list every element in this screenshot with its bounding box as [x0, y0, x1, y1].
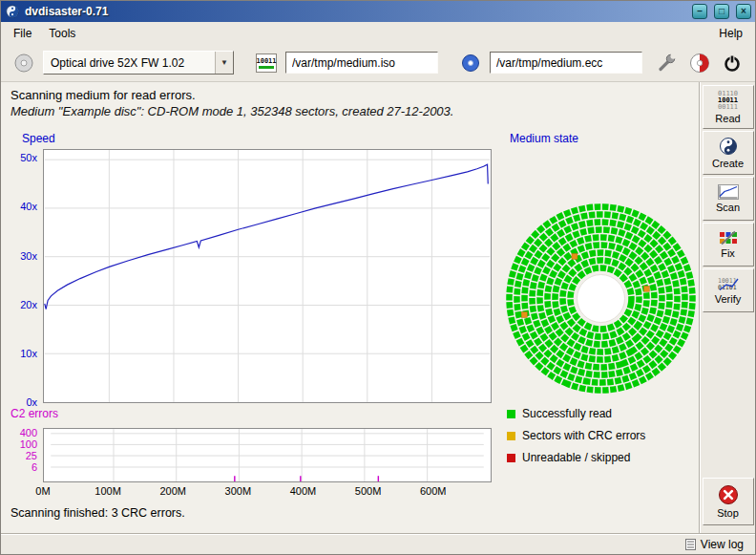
view-log-button[interactable]: View log [682, 537, 747, 552]
ecc-file-button[interactable] [457, 50, 484, 76]
speed-chart [43, 149, 492, 403]
maximize-button[interactable]: □ [714, 4, 729, 19]
green-swatch-icon [507, 410, 515, 418]
binary-read-icon: 01110 10011 00111 [718, 91, 738, 111]
log-icon [685, 539, 696, 550]
power-icon [723, 53, 742, 73]
legend-label: Sectors with CRC errors [522, 429, 645, 442]
scan-result: Scanning finished: 3 CRC errors. [10, 506, 185, 520]
drive-select[interactable]: Optical drive 52X FW 1.02 ▼ [43, 51, 234, 75]
legend-label: Unreadable / skipped [522, 451, 630, 464]
minimize-button[interactable]: – [692, 4, 707, 19]
verify-button[interactable]: 10011 01101 Verify [703, 268, 754, 312]
menu-tools[interactable]: Tools [40, 24, 84, 43]
main-panel: Scanning medium for read errors. Medium … [1, 82, 700, 533]
x-tick-label: 400M [290, 485, 317, 497]
legend-item-success: Successfully read [507, 407, 645, 420]
quit-button[interactable] [719, 50, 746, 76]
x-tick-label: 0M [35, 485, 50, 497]
yin-yang-icon [719, 137, 738, 156]
stop-icon [718, 484, 739, 505]
y-tick-label: 50x [20, 152, 37, 163]
speed-chart-title: Speed [22, 132, 55, 145]
disc-hole [578, 275, 625, 323]
status-medium-info: Medium "Example disc": CD-ROM mode 1, 35… [1, 102, 699, 118]
ecc-file-input[interactable] [490, 52, 642, 74]
x-tick-label: 200M [159, 485, 186, 497]
menubar: File Tools Help [1, 22, 755, 44]
scan-label: Scan [716, 202, 740, 213]
yellow-swatch-icon [507, 432, 515, 440]
create-button[interactable]: Create [703, 131, 754, 175]
app-window: dvdisaster-0.71 – □ × File Tools Help Op… [0, 0, 756, 555]
toolbar: Optical drive 52X FW 1.02 ▼ 10011 [1, 44, 755, 82]
titlebar[interactable]: dvdisaster-0.71 – □ × [1, 1, 755, 22]
view-log-label: View log [701, 538, 744, 551]
dvdisaster-logo-icon [689, 53, 710, 74]
ecc-disc-icon [461, 53, 480, 73]
window-title: dvdisaster-0.71 [25, 5, 685, 18]
about-button[interactable] [686, 50, 713, 76]
fix-label: Fix [721, 247, 735, 259]
legend-item-unreadable: Unreadable / skipped [507, 451, 645, 464]
medium-state-title: Medium state [510, 132, 578, 145]
y-tick-label: 10x [20, 348, 37, 359]
y-tick-label: 40x [20, 201, 37, 212]
x-axis-labels: 0M100M200M300M400M500M600M [43, 485, 492, 499]
binary-line: 00111 [718, 104, 738, 111]
action-sidebar: 01110 10011 00111 Read Create [700, 82, 755, 533]
drive-select-value: Optical drive 52X FW 1.02 [44, 56, 215, 70]
read-button[interactable]: 01110 10011 00111 Read [703, 85, 754, 129]
red-swatch-icon [507, 454, 515, 462]
chevron-down-icon: ▼ [215, 52, 233, 74]
y-tick-label: 20x [20, 299, 37, 310]
crc-error-mark [521, 312, 527, 318]
y-tick-label: 30x [20, 250, 37, 262]
close-button[interactable]: × [736, 4, 751, 19]
iso-image-icon: 10011 [256, 53, 277, 73]
verify-icon: 10011 01101 [717, 276, 740, 291]
read-label: Read [715, 113, 740, 124]
crc-error-mark [643, 286, 649, 291]
verify-label: Verify [715, 293, 742, 305]
status-action: Scanning medium for read errors. [1, 82, 699, 102]
y-tick-label: 100 [20, 438, 37, 450]
stop-label: Stop [717, 507, 739, 519]
c2-chart-title: C2 errors [10, 407, 58, 420]
iso-icon-bar [259, 66, 274, 69]
scan-button[interactable]: Scan [703, 177, 754, 221]
menu-help[interactable]: Help [710, 24, 751, 43]
fix-blocks-icon [719, 230, 738, 245]
wrench-icon [658, 53, 677, 73]
stop-button[interactable]: Stop [703, 478, 754, 525]
x-tick-label: 300M [225, 485, 252, 497]
speed-y-axis: 0x10x20x30x40x50x [3, 149, 41, 403]
legend-item-crc: Sectors with CRC errors [507, 429, 645, 442]
disc-drive-icon [13, 53, 34, 74]
content-area: Scanning medium for read errors. Medium … [1, 82, 755, 533]
x-tick-label: 100M [94, 485, 121, 497]
crc-error-mark [572, 253, 578, 259]
y-tick-label: 25 [26, 450, 37, 461]
x-tick-label: 600M [420, 485, 447, 497]
speed-curve [45, 164, 488, 309]
legend: Successfully read Sectors with CRC error… [507, 407, 645, 464]
legend-label: Successfully read [522, 407, 612, 420]
y-tick-label: 0x [26, 396, 37, 408]
create-label: Create [712, 158, 744, 169]
image-file-input[interactable] [285, 52, 438, 74]
x-tick-label: 500M [355, 485, 382, 497]
scan-chart-icon [718, 184, 739, 200]
medium-state-disc [503, 201, 699, 396]
preferences-button[interactable] [654, 50, 681, 76]
menu-file[interactable]: File [5, 24, 40, 43]
c2-errors-chart [43, 428, 492, 482]
fix-button[interactable]: Fix [703, 223, 754, 267]
y-tick-label: 400 [20, 427, 37, 438]
app-icon [5, 4, 20, 19]
y-tick-label: 6 [32, 461, 37, 473]
c2-y-axis: 625100400 [3, 428, 41, 482]
image-file-button[interactable]: 10011 [253, 50, 280, 76]
yin-yang-icon [6, 5, 19, 18]
drive-button[interactable] [10, 50, 37, 76]
